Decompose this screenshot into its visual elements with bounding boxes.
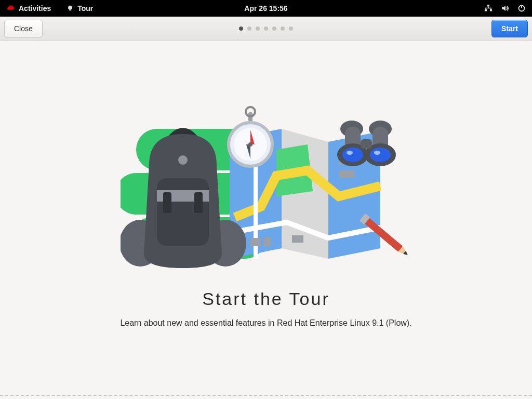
svg-rect-18	[339, 170, 354, 178]
page-dot[interactable]	[247, 26, 251, 31]
tour-main: Start the Tour Learn about new and essen…	[0, 41, 532, 399]
svg-rect-3	[487, 5, 489, 7]
power-icon[interactable]	[517, 4, 526, 12]
top-panel: Activities Tour Apr 26 15:56	[0, 0, 532, 17]
lightbulb-icon	[66, 5, 74, 12]
page-dot[interactable]	[281, 26, 285, 31]
page-dot[interactable]	[239, 26, 243, 31]
svg-rect-5	[490, 9, 492, 11]
bottom-separator	[0, 395, 532, 396]
svg-point-0	[9, 6, 14, 8]
page-dot[interactable]	[264, 26, 268, 31]
svg-rect-2	[70, 9, 72, 11]
activities-label: Activities	[19, 4, 51, 12]
tour-illustration	[121, 103, 411, 269]
close-button[interactable]: Close	[4, 20, 43, 37]
page-dot[interactable]	[272, 26, 276, 31]
svg-point-37	[347, 151, 353, 155]
svg-point-28	[248, 142, 252, 147]
compass-icon	[229, 107, 272, 166]
start-button[interactable]: Start	[491, 20, 528, 37]
svg-rect-4	[485, 9, 487, 11]
network-icon[interactable]	[484, 4, 493, 12]
tour-header-bar: Close Start	[0, 17, 532, 41]
page-dot[interactable]	[256, 26, 260, 31]
svg-point-38	[374, 151, 380, 155]
redhat-logo-icon	[6, 5, 16, 12]
svg-point-35	[342, 148, 363, 162]
svg-rect-20	[263, 237, 271, 246]
panel-clock[interactable]: Apr 26 15:56	[244, 4, 287, 12]
tour-subtitle: Learn about new and essential features i…	[120, 318, 411, 328]
svg-point-1	[68, 6, 72, 10]
panel-right	[484, 4, 526, 12]
svg-rect-21	[292, 235, 303, 243]
svg-point-50	[178, 155, 188, 165]
svg-point-36	[370, 148, 391, 162]
binoculars-icon	[337, 121, 396, 166]
app-menu[interactable]: Tour	[66, 4, 93, 12]
volume-icon[interactable]	[501, 4, 509, 12]
app-menu-label: Tour	[77, 4, 93, 12]
svg-rect-48	[163, 192, 171, 213]
panel-left: Activities Tour	[6, 4, 93, 12]
tour-title: Start the Tour	[202, 289, 330, 309]
svg-rect-49	[194, 192, 203, 213]
page-dot[interactable]	[289, 26, 293, 31]
activities-button[interactable]: Activities	[6, 4, 51, 12]
svg-rect-19	[250, 238, 261, 246]
svg-rect-39	[361, 139, 372, 149]
page-indicator	[239, 26, 293, 31]
